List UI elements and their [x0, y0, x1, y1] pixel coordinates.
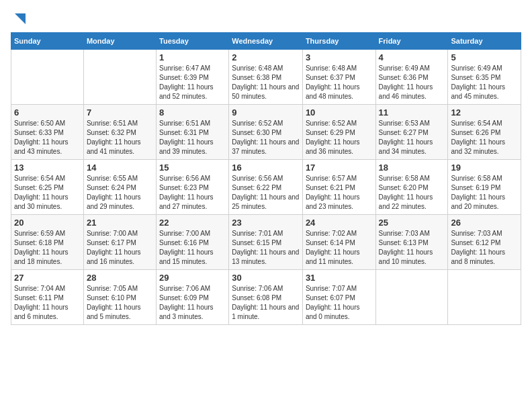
calendar-cell: 30Sunrise: 7:06 AM Sunset: 6:08 PM Dayli…	[229, 270, 303, 325]
calendar-cell: 4Sunrise: 6:49 AM Sunset: 6:36 PM Daylig…	[375, 50, 448, 105]
day-number: 31	[306, 273, 373, 283]
day-info: Sunrise: 7:07 AM Sunset: 6:07 PM Dayligh…	[306, 284, 373, 322]
day-info: Sunrise: 6:59 AM Sunset: 6:18 PM Dayligh…	[14, 229, 81, 267]
day-number: 11	[379, 107, 445, 118]
calendar-day-header: Tuesday	[157, 33, 229, 50]
day-info: Sunrise: 7:04 AM Sunset: 6:11 PM Dayligh…	[14, 284, 81, 322]
day-number: 15	[159, 163, 226, 173]
day-number: 26	[451, 218, 518, 228]
calendar-cell: 24Sunrise: 7:02 AM Sunset: 6:14 PM Dayli…	[302, 215, 375, 270]
calendar-cell: 22Sunrise: 7:00 AM Sunset: 6:16 PM Dayli…	[157, 215, 229, 270]
calendar-day-header: Monday	[83, 33, 156, 50]
day-number: 18	[379, 163, 445, 173]
day-number: 1	[159, 52, 226, 62]
day-info: Sunrise: 6:56 AM Sunset: 6:23 PM Dayligh…	[159, 174, 226, 212]
calendar-cell: 16Sunrise: 6:56 AM Sunset: 6:22 PM Dayli…	[229, 160, 303, 215]
day-info: Sunrise: 6:48 AM Sunset: 6:38 PM Dayligh…	[232, 64, 300, 101]
calendar-cell: 3Sunrise: 6:48 AM Sunset: 6:37 PM Daylig…	[302, 50, 375, 105]
calendar-cell: 26Sunrise: 7:03 AM Sunset: 6:12 PM Dayli…	[448, 215, 521, 270]
day-number: 2	[232, 52, 300, 62]
day-number: 10	[306, 107, 373, 118]
calendar-cell: 21Sunrise: 7:00 AM Sunset: 6:17 PM Dayli…	[83, 215, 156, 270]
day-number: 20	[14, 218, 81, 228]
calendar-cell: 15Sunrise: 6:56 AM Sunset: 6:23 PM Dayli…	[157, 160, 229, 215]
calendar-cell: 20Sunrise: 6:59 AM Sunset: 6:18 PM Dayli…	[11, 215, 84, 270]
day-number: 28	[87, 273, 153, 283]
calendar-cell: 25Sunrise: 7:03 AM Sunset: 6:13 PM Dayli…	[375, 215, 448, 270]
calendar-cell: 18Sunrise: 6:58 AM Sunset: 6:20 PM Dayli…	[375, 160, 448, 215]
calendar-cell: 2Sunrise: 6:48 AM Sunset: 6:38 PM Daylig…	[229, 50, 303, 105]
day-info: Sunrise: 6:49 AM Sunset: 6:36 PM Dayligh…	[379, 64, 445, 101]
calendar-cell: 27Sunrise: 7:04 AM Sunset: 6:11 PM Dayli…	[11, 270, 84, 325]
day-info: Sunrise: 6:50 AM Sunset: 6:33 PM Dayligh…	[14, 119, 81, 156]
calendar-cell: 13Sunrise: 6:54 AM Sunset: 6:25 PM Dayli…	[11, 160, 84, 215]
calendar-cell: 10Sunrise: 6:52 AM Sunset: 6:29 PM Dayli…	[302, 105, 375, 160]
day-number: 21	[87, 218, 153, 228]
calendar-week-row: 20Sunrise: 6:59 AM Sunset: 6:18 PM Dayli…	[11, 215, 521, 270]
day-info: Sunrise: 6:52 AM Sunset: 6:29 PM Dayligh…	[306, 119, 373, 156]
calendar-cell	[83, 50, 156, 105]
day-number: 24	[306, 218, 373, 228]
day-number: 14	[87, 163, 153, 173]
calendar-day-header: Thursday	[302, 33, 375, 50]
day-info: Sunrise: 6:58 AM Sunset: 6:20 PM Dayligh…	[379, 174, 445, 212]
day-number: 29	[159, 273, 226, 283]
day-number: 30	[232, 273, 300, 283]
calendar-day-header: Saturday	[448, 33, 521, 50]
day-number: 19	[451, 163, 518, 173]
day-info: Sunrise: 7:03 AM Sunset: 6:12 PM Dayligh…	[451, 229, 518, 267]
day-number: 17	[306, 163, 373, 173]
day-number: 12	[451, 107, 518, 118]
day-info: Sunrise: 6:51 AM Sunset: 6:32 PM Dayligh…	[87, 119, 153, 156]
calendar-cell	[375, 270, 448, 325]
logo-text	[11, 11, 27, 26]
calendar-week-row: 13Sunrise: 6:54 AM Sunset: 6:25 PM Dayli…	[11, 160, 521, 215]
day-info: Sunrise: 7:05 AM Sunset: 6:10 PM Dayligh…	[87, 284, 153, 322]
day-info: Sunrise: 7:06 AM Sunset: 6:08 PM Dayligh…	[232, 284, 300, 322]
day-info: Sunrise: 6:51 AM Sunset: 6:31 PM Dayligh…	[159, 119, 226, 156]
day-info: Sunrise: 7:06 AM Sunset: 6:09 PM Dayligh…	[159, 284, 226, 322]
day-info: Sunrise: 7:00 AM Sunset: 6:17 PM Dayligh…	[87, 229, 153, 267]
calendar-cell: 31Sunrise: 7:07 AM Sunset: 6:07 PM Dayli…	[302, 270, 375, 325]
calendar-cell: 17Sunrise: 6:57 AM Sunset: 6:21 PM Dayli…	[302, 160, 375, 215]
day-info: Sunrise: 6:55 AM Sunset: 6:24 PM Dayligh…	[87, 174, 153, 212]
calendar-day-header: Friday	[375, 33, 448, 50]
day-number: 4	[379, 52, 445, 62]
calendar-cell: 12Sunrise: 6:54 AM Sunset: 6:26 PM Dayli…	[448, 105, 521, 160]
day-info: Sunrise: 6:49 AM Sunset: 6:35 PM Dayligh…	[451, 64, 518, 101]
day-number: 13	[14, 163, 81, 173]
calendar-cell: 29Sunrise: 7:06 AM Sunset: 6:09 PM Dayli…	[157, 270, 229, 325]
calendar-week-row: 1Sunrise: 6:47 AM Sunset: 6:39 PM Daylig…	[11, 50, 521, 105]
day-number: 6	[14, 107, 81, 118]
day-info: Sunrise: 7:01 AM Sunset: 6:15 PM Dayligh…	[232, 229, 300, 267]
calendar-cell: 14Sunrise: 6:55 AM Sunset: 6:24 PM Dayli…	[83, 160, 156, 215]
day-info: Sunrise: 6:48 AM Sunset: 6:37 PM Dayligh…	[306, 64, 373, 101]
day-number: 23	[232, 218, 300, 228]
calendar-cell: 11Sunrise: 6:53 AM Sunset: 6:27 PM Dayli…	[375, 105, 448, 160]
day-info: Sunrise: 6:57 AM Sunset: 6:21 PM Dayligh…	[306, 174, 373, 212]
day-number: 5	[451, 52, 518, 62]
logo-general	[11, 11, 27, 26]
svg-marker-0	[15, 13, 26, 24]
day-number: 8	[159, 107, 226, 118]
page-header	[11, 11, 521, 26]
calendar-cell: 7Sunrise: 6:51 AM Sunset: 6:32 PM Daylig…	[83, 105, 156, 160]
day-number: 9	[232, 107, 300, 118]
day-number: 27	[14, 273, 81, 283]
calendar-week-row: 27Sunrise: 7:04 AM Sunset: 6:11 PM Dayli…	[11, 270, 521, 325]
day-number: 22	[159, 218, 226, 228]
day-info: Sunrise: 7:00 AM Sunset: 6:16 PM Dayligh…	[159, 229, 226, 267]
day-info: Sunrise: 6:54 AM Sunset: 6:25 PM Dayligh…	[14, 174, 81, 212]
calendar-table: SundayMondayTuesdayWednesdayThursdayFrid…	[11, 32, 521, 325]
day-info: Sunrise: 6:54 AM Sunset: 6:26 PM Dayligh…	[451, 119, 518, 156]
logo	[11, 11, 27, 26]
logo-triangle-icon	[12, 11, 27, 26]
calendar-cell	[448, 270, 521, 325]
day-info: Sunrise: 7:02 AM Sunset: 6:14 PM Dayligh…	[306, 229, 373, 267]
day-info: Sunrise: 7:03 AM Sunset: 6:13 PM Dayligh…	[379, 229, 445, 267]
day-info: Sunrise: 6:58 AM Sunset: 6:19 PM Dayligh…	[451, 174, 518, 212]
calendar-cell: 6Sunrise: 6:50 AM Sunset: 6:33 PM Daylig…	[11, 105, 84, 160]
day-number: 3	[306, 52, 373, 62]
calendar-cell: 9Sunrise: 6:52 AM Sunset: 6:30 PM Daylig…	[229, 105, 303, 160]
day-info: Sunrise: 6:53 AM Sunset: 6:27 PM Dayligh…	[379, 119, 445, 156]
